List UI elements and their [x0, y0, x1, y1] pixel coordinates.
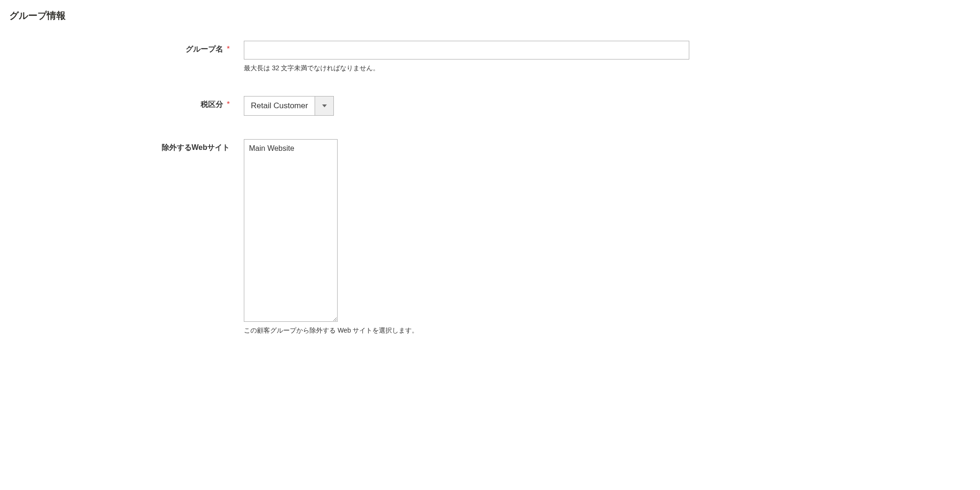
label-group-name-text: グループ名: [186, 45, 223, 54]
label-excluded-websites-text: 除外するWebサイト: [162, 143, 230, 153]
label-group-name: グループ名 *: [9, 41, 244, 54]
tax-class-select[interactable]: Retail Customer: [244, 96, 334, 116]
control-wrapper-group-name: 最大長は 32 文字未満でなければなりません。: [244, 41, 689, 73]
form-row-group-name: グループ名 * 最大長は 32 文字未満でなければなりません。: [9, 41, 971, 73]
label-excluded-websites: 除外するWebサイト: [9, 139, 244, 153]
group-name-note: 最大長は 32 文字未満でなければなりません。: [244, 64, 689, 73]
group-name-input[interactable]: [244, 41, 689, 59]
label-tax-class: 税区分 *: [9, 96, 244, 110]
section-title: グループ情報: [9, 9, 971, 22]
tax-class-selected-value: Retail Customer: [244, 97, 315, 115]
label-tax-class-text: 税区分: [201, 100, 223, 110]
form-row-excluded-websites: 除外するWebサイト Main Website この顧客グループから除外する W…: [9, 139, 971, 335]
required-asterisk-icon: *: [227, 45, 230, 53]
svg-marker-0: [322, 104, 327, 107]
list-item[interactable]: Main Website: [249, 143, 332, 154]
chevron-down-icon: [322, 102, 327, 110]
tax-class-dropdown-toggle[interactable]: [315, 97, 333, 115]
control-wrapper-excluded-websites: Main Website この顧客グループから除外する Web サイトを選択しま…: [244, 139, 689, 335]
control-wrapper-tax-class: Retail Customer: [244, 96, 689, 116]
excluded-websites-multiselect[interactable]: Main Website: [244, 139, 338, 322]
form-row-tax-class: 税区分 * Retail Customer: [9, 96, 971, 116]
excluded-websites-note: この顧客グループから除外する Web サイトを選択します。: [244, 327, 689, 335]
required-asterisk-icon: *: [227, 100, 230, 109]
